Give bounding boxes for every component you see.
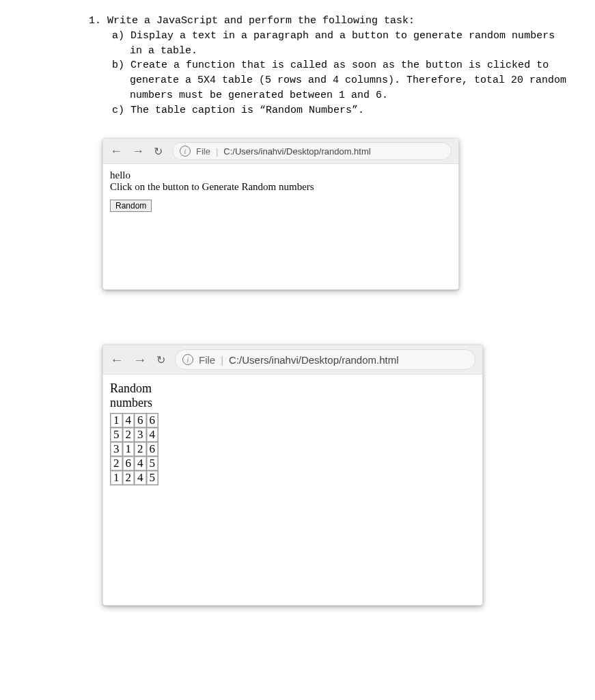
page-content: Random numbers 1 4 6 6 5 2 3 4 3 [103, 375, 482, 490]
table-row: 5 2 3 4 [111, 427, 158, 442]
table-cell: 4 [122, 413, 135, 427]
question-item: b) Create a function that is called as s… [112, 58, 568, 103]
url-path: C:/Users/inahvi/Desktop/random.html [223, 146, 370, 157]
info-icon: i [180, 146, 191, 157]
url-scheme: File [196, 146, 210, 157]
table-cell: 4 [135, 470, 147, 485]
question-stem: Write a JavaScript and perform the follo… [107, 15, 415, 27]
address-bar[interactable]: i File | C:/Users/inahvi/Desktop/random.… [175, 349, 475, 370]
back-arrow-icon[interactable]: ← [110, 353, 124, 366]
question-number: 1. [89, 15, 101, 27]
question-item: a) Display a text in a paragraph and a b… [112, 29, 568, 59]
info-icon: i [182, 354, 193, 365]
table-row: 2 6 4 5 [111, 456, 158, 470]
url-path: C:/Users/inahvi/Desktop/random.html [229, 354, 398, 366]
table-cell: 2 [135, 442, 147, 456]
item-letter: a) [112, 30, 124, 42]
random-numbers-table: 1 4 6 6 5 2 3 4 3 1 2 6 2 [110, 413, 158, 485]
table-cell: 4 [135, 456, 147, 470]
table-cell: 1 [111, 470, 123, 485]
url-separator: | [216, 146, 218, 157]
table-cell: 4 [146, 427, 158, 442]
page-content: hello Click on the button to Generate Ra… [103, 164, 458, 217]
url-scheme: File [199, 354, 215, 366]
table-cell: 5 [111, 427, 123, 442]
table-cell: 5 [146, 470, 158, 485]
table-cell: 6 [146, 442, 158, 456]
browser-screenshot-before: ← → ↻ i File | C:/Users/inahvi/Desktop/r… [102, 138, 459, 290]
back-arrow-icon[interactable]: ← [110, 145, 122, 157]
address-bar[interactable]: i File | C:/Users/inahvi/Desktop/random.… [172, 142, 452, 160]
table-cell: 6 [146, 413, 158, 427]
table-row: 1 2 4 5 [111, 470, 158, 485]
greeting-text: hello [110, 170, 452, 181]
table-cell: 6 [122, 456, 135, 470]
table-cell: 1 [122, 442, 135, 456]
browser-toolbar: ← → ↻ i File | C:/Users/inahvi/Desktop/r… [103, 345, 482, 375]
question-item: c) The table caption is “Random Numbers”… [112, 103, 568, 118]
item-text: The table caption is “Random Numbers”. [130, 105, 364, 116]
reload-icon[interactable]: ↻ [154, 145, 163, 158]
table-row: 1 4 6 6 [111, 413, 158, 427]
table-cell: 3 [111, 442, 123, 456]
table-cell: 6 [135, 413, 147, 427]
table-cell: 3 [135, 427, 147, 442]
browser-screenshot-after: ← → ↻ i File | C:/Users/inahvi/Desktop/r… [102, 345, 483, 606]
table-cell: 2 [111, 456, 123, 470]
forward-arrow-icon[interactable]: → [132, 145, 144, 157]
item-text: Create a function that is called as soon… [130, 59, 566, 101]
instruction-text: Click on the button to Generate Random n… [110, 181, 452, 193]
table-cell: 2 [122, 427, 135, 442]
table-cell: 2 [122, 470, 135, 485]
forward-arrow-icon[interactable]: → [133, 353, 147, 366]
browser-toolbar: ← → ↻ i File | C:/Users/inahvi/Desktop/r… [103, 139, 458, 164]
item-text: Display a text in a paragraph and a butt… [130, 30, 555, 57]
question-block: 1. Write a JavaScript and perform the fo… [89, 14, 568, 118]
table-row: 3 1 2 6 [111, 442, 158, 456]
item-letter: c) [112, 105, 124, 116]
random-button[interactable]: Random [110, 200, 152, 212]
table-caption: Random numbers [110, 381, 475, 409]
reload-icon[interactable]: ↻ [156, 353, 165, 366]
item-letter: b) [112, 59, 124, 71]
table-cell: 5 [146, 456, 158, 470]
url-separator: | [221, 354, 223, 366]
table-cell: 1 [111, 413, 123, 427]
